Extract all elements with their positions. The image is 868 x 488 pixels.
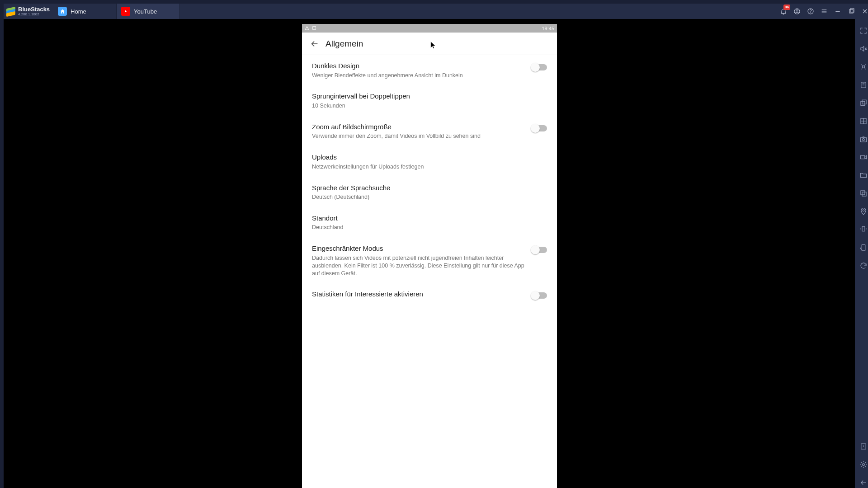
setting-dark-theme[interactable]: Dunkles Design Weniger Blendeffekte und …	[302, 55, 557, 85]
setting-title: Uploads	[312, 153, 542, 162]
android-device-frame: 19:45 Allgemein Dunkles Design Weniger B…	[302, 24, 557, 488]
svg-point-13	[862, 139, 864, 141]
shake-button[interactable]	[855, 221, 868, 239]
svg-point-3	[811, 13, 811, 13]
svg-rect-9	[861, 101, 865, 105]
setting-title: Sprungintervall bei Doppeltippen	[312, 92, 542, 101]
hamburger-menu-button[interactable]	[817, 4, 831, 19]
volume-mute-button[interactable]	[855, 40, 868, 58]
guide-button[interactable]	[855, 437, 868, 455]
emulator-viewport: 19:45 Allgemein Dunkles Design Weniger B…	[4, 19, 855, 488]
settings-button[interactable]	[855, 455, 868, 474]
toggle-switch[interactable]	[532, 247, 547, 253]
android-statusbar: 19:45	[302, 24, 557, 33]
svg-point-21	[862, 464, 864, 466]
svg-rect-5	[850, 9, 854, 12]
screenshot-button[interactable]	[855, 130, 868, 148]
tab-label: Home	[71, 8, 86, 15]
setting-restricted-mode[interactable]: Eingeschränkter Modus Dadurch lassen sic…	[302, 238, 557, 283]
brand-version: 4.280.1.1002	[18, 13, 50, 16]
screenshot-icon	[312, 26, 316, 31]
setting-subtitle: Weniger Blendeffekte und angenehmere Ans…	[312, 72, 526, 80]
setting-subtitle: Deutsch (Deutschland)	[312, 193, 542, 201]
android-back-button[interactable]	[855, 474, 868, 488]
svg-rect-10	[862, 100, 866, 104]
account-button[interactable]	[790, 4, 804, 19]
svg-rect-6	[313, 26, 316, 29]
notif-badge: 36	[783, 5, 790, 10]
toggle-switch[interactable]	[532, 64, 547, 70]
bluestacks-logo-icon	[6, 7, 15, 16]
setting-subtitle: Dadurch lassen sich Videos mit potenziel…	[312, 254, 526, 277]
setting-subtitle: 10 Sekunden	[312, 102, 542, 110]
fullscreen-button[interactable]	[855, 22, 868, 40]
svg-rect-14	[860, 155, 865, 159]
install-apk-button[interactable]	[855, 76, 868, 94]
svg-point-1	[796, 9, 798, 11]
location-button[interactable]	[855, 202, 868, 221]
tab-home[interactable]: Home	[53, 4, 117, 19]
svg-rect-18	[862, 226, 865, 231]
side-toolbar	[855, 19, 868, 488]
back-button[interactable]	[306, 35, 324, 53]
svg-rect-7	[862, 66, 864, 68]
multi-instance-button[interactable]	[855, 94, 868, 112]
setting-zoom-to-fill[interactable]: Zoom auf Bildschirmgröße Verwende immer …	[302, 116, 557, 146]
keymap-button[interactable]	[855, 58, 868, 76]
setting-stats-for-nerds[interactable]: Statistiken für Interessierte aktivieren	[302, 283, 557, 305]
toggle-switch[interactable]	[532, 125, 547, 131]
svg-rect-4	[849, 9, 853, 13]
notifications-button[interactable]: 36	[777, 4, 790, 19]
setting-title: Dunkles Design	[312, 61, 526, 70]
setting-subtitle: Deutschland	[312, 224, 542, 231]
svg-rect-15	[862, 192, 866, 196]
help-button[interactable]	[804, 4, 817, 19]
setting-title: Eingeschränkter Modus	[312, 244, 526, 253]
status-time: 19:45	[542, 26, 554, 31]
svg-point-17	[863, 210, 864, 211]
page-title: Allgemein	[326, 39, 363, 49]
setting-title: Zoom auf Bildschirmgröße	[312, 122, 526, 131]
tab-label: YouTube	[134, 8, 157, 15]
tab-youtube[interactable]: YouTube	[117, 4, 180, 19]
warning-icon	[305, 26, 309, 31]
setting-subtitle: Netzwerkeinstellungen für Uploads festle…	[312, 163, 542, 171]
youtube-icon	[121, 7, 130, 16]
titlebar: BlueStacks 4.280.1.1002 Home YouTube 36	[4, 4, 868, 19]
record-button[interactable]	[855, 148, 868, 166]
setting-uploads[interactable]: Uploads Netzwerkeinstellungen für Upload…	[302, 146, 557, 177]
app-header: Allgemein	[302, 33, 557, 55]
svg-rect-19	[862, 244, 865, 251]
settings-list: Dunkles Design Weniger Blendeffekte und …	[302, 55, 557, 488]
close-button[interactable]	[858, 4, 868, 19]
setting-double-tap-seek[interactable]: Sprungintervall bei Doppeltippen 10 Seku…	[302, 85, 557, 116]
svg-rect-16	[861, 191, 865, 195]
setting-subtitle: Verwende immer den Zoom, damit Videos im…	[312, 132, 526, 140]
maximize-button[interactable]	[844, 4, 858, 19]
setting-title: Statistiken für Interessierte aktivieren	[312, 290, 526, 299]
rotate-button[interactable]	[855, 239, 868, 257]
toggle-switch[interactable]	[532, 292, 547, 299]
svg-rect-12	[860, 137, 867, 142]
setting-voice-language[interactable]: Sprache der Sprachsuche Deutsch (Deutsch…	[302, 177, 557, 207]
media-folder-button[interactable]	[855, 166, 868, 184]
bluestacks-brand: BlueStacks 4.280.1.1002	[4, 4, 53, 19]
brand-name: BlueStacks	[18, 6, 50, 12]
setting-title: Standort	[312, 214, 542, 223]
copy-button[interactable]	[855, 184, 868, 202]
sync-button[interactable]	[855, 257, 868, 275]
minimize-button[interactable]	[831, 4, 844, 19]
home-icon	[58, 7, 67, 16]
setting-location[interactable]: Standort Deutschland	[302, 207, 557, 238]
macro-button[interactable]	[855, 112, 868, 130]
setting-title: Sprache der Sprachsuche	[312, 183, 542, 192]
